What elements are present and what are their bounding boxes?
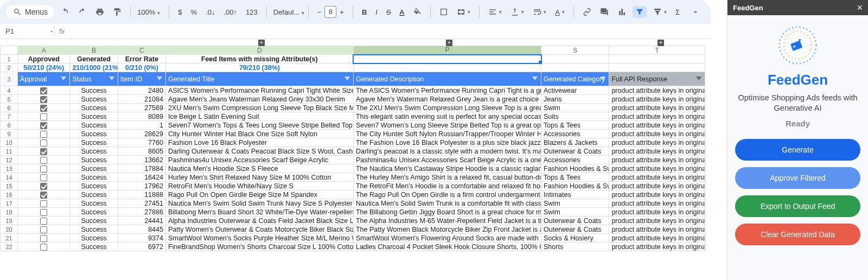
status-cell[interactable]: Success <box>70 234 118 243</box>
col-header[interactable]: T <box>609 46 705 55</box>
text-color-button[interactable]: A <box>398 6 407 18</box>
desc-cell[interactable]: The Billabong Gettin Jiggy Board Short i… <box>353 208 541 217</box>
api-cell[interactable]: product attribute keys in original t <box>609 104 705 112</box>
checkbox[interactable] <box>40 192 47 199</box>
itemid-cell[interactable]: 1 <box>118 121 165 130</box>
itemid-cell[interactable]: 27569 <box>118 104 165 112</box>
font-select[interactable]: Defaul... <box>273 8 302 16</box>
halign-button[interactable] <box>486 5 504 18</box>
cell[interactable] <box>541 63 609 72</box>
generate-button[interactable]: Generate <box>735 139 860 161</box>
title-cell[interactable]: Seven7 Women's Tops & Tees Long Sleeve S… <box>165 121 353 130</box>
row-number[interactable]: 16 <box>1 190 18 199</box>
title-cell[interactable]: Nautica Men's Swim Solid Swim Trunk Navy… <box>165 199 353 208</box>
desc-cell[interactable]: Darling's peacoat is a classic style wit… <box>353 147 541 156</box>
row-number[interactable]: 1 <box>1 55 18 63</box>
group-toggle-P[interactable]: + <box>446 40 452 46</box>
title-cell[interactable]: Patty Women's Outerwear & Coats Motorcyc… <box>165 225 353 234</box>
checkbox[interactable] <box>40 105 47 112</box>
checkbox[interactable] <box>40 244 47 251</box>
status-cell[interactable]: Success <box>70 164 118 173</box>
cat-cell[interactable]: Tops & Tees <box>541 173 609 182</box>
api-cell[interactable]: product attribute keys in original t <box>609 138 705 147</box>
approval-cell[interactable] <box>18 217 70 225</box>
cell[interactable] <box>541 55 609 63</box>
title-cell[interactable]: Billabong Men's Board Short 32 White/Tie… <box>165 208 353 217</box>
title-cell[interactable]: Hurley Men's Shirt Relaxed Navy Size M 1… <box>165 173 353 182</box>
itemid-cell[interactable]: 9374 <box>118 234 165 243</box>
approval-cell[interactable] <box>18 95 70 104</box>
checkbox[interactable] <box>40 87 47 94</box>
cat-cell[interactable]: Shorts <box>541 243 609 251</box>
approval-cell[interactable] <box>18 121 70 130</box>
corner-cell[interactable] <box>1 46 18 55</box>
desc-cell[interactable]: This elegant satin evening suit is perfe… <box>353 112 541 121</box>
checkbox[interactable] <box>40 226 47 233</box>
status-cell[interactable]: Success <box>70 95 118 104</box>
stat-generated-v[interactable]: 210/1000 (21%) <box>70 63 118 72</box>
cat-cell[interactable]: Outerwear & Coats <box>541 225 609 234</box>
itemid-cell[interactable]: 17884 <box>118 164 165 173</box>
api-cell[interactable]: product attribute keys in original t <box>609 182 705 190</box>
stat-error-h[interactable]: Error Rate <box>118 55 165 63</box>
col-header[interactable]: D <box>165 46 353 55</box>
title-cell[interactable]: Ice Beige L Satin Evening Suit <box>165 112 353 121</box>
checkbox[interactable] <box>40 183 47 190</box>
cat-cell[interactable]: Jeans <box>541 95 609 104</box>
api-cell[interactable]: product attribute keys in original t <box>609 208 705 217</box>
filter-button[interactable] <box>633 6 647 18</box>
stat-approved-v[interactable]: 50/210 (24%) <box>18 63 70 72</box>
active-cell[interactable] <box>353 55 541 63</box>
approval-cell[interactable] <box>18 138 70 147</box>
row-number[interactable]: 12 <box>1 156 18 164</box>
row-number[interactable]: 22 <box>1 243 18 251</box>
api-cell[interactable]: product attribute keys in original t <box>609 121 705 130</box>
row-number[interactable]: 19 <box>1 217 18 225</box>
fmt-decr-decimal[interactable]: .0↓ <box>203 6 217 18</box>
cat-cell[interactable]: Suits <box>541 112 609 121</box>
title-cell[interactable]: City Hunter Winter Hat Black One Size So… <box>165 130 353 138</box>
approval-cell[interactable] <box>18 86 70 95</box>
fmt-more[interactable]: 123 <box>244 6 260 18</box>
itemid-cell[interactable]: 8605 <box>118 147 165 156</box>
api-cell[interactable]: product attribute keys in original t <box>609 164 705 173</box>
stat-missing-h[interactable]: Feed Items with missing Attribute(s) <box>165 55 353 63</box>
print-button[interactable] <box>93 5 106 18</box>
desc-cell[interactable]: The 2XU Men's Swim Compression Long Slee… <box>353 104 541 112</box>
filter-gdesc[interactable]: Generated Description <box>353 72 541 86</box>
row-number[interactable]: 18 <box>1 208 18 217</box>
status-cell[interactable]: Success <box>70 208 118 217</box>
api-cell[interactable]: product attribute keys in original t <box>609 173 705 182</box>
title-cell[interactable]: FineBrandShop Women's Shorts Charcoal Si… <box>165 243 353 251</box>
cat-cell[interactable]: Swim <box>541 208 609 217</box>
rotate-button[interactable]: A <box>553 6 567 18</box>
approval-cell[interactable] <box>18 208 70 217</box>
strike-button[interactable]: S <box>384 6 393 18</box>
cat-cell[interactable]: Tops & Tees <box>541 121 609 130</box>
api-cell[interactable]: product attribute keys in original t <box>609 190 705 199</box>
cat-cell[interactable]: Swim <box>541 199 609 208</box>
itemid-cell[interactable]: 8445 <box>118 225 165 234</box>
functions-button[interactable]: Σ <box>673 6 682 18</box>
title-cell[interactable]: 2XU Men's Swim Compression Long Sleeve T… <box>165 104 353 112</box>
checkbox[interactable] <box>40 96 47 103</box>
itemid-cell[interactable]: 27886 <box>118 208 165 217</box>
row-number[interactable]: 4 <box>1 86 18 95</box>
desc-cell[interactable]: The RetroFit Men's Hoodie is a comfortab… <box>353 182 541 190</box>
title-cell[interactable]: SmartWool Women's Socks Purple Heather S… <box>165 234 353 243</box>
cat-cell[interactable]: Intimates <box>541 190 609 199</box>
cat-cell[interactable]: Outerwear & Coats <box>541 147 609 156</box>
checkbox[interactable] <box>40 209 47 216</box>
approval-cell[interactable] <box>18 173 70 182</box>
title-cell[interactable]: Fashion Love 16 Black Polyester <box>165 138 353 147</box>
itemid-cell[interactable]: 8089 <box>118 112 165 121</box>
checkbox[interactable] <box>40 200 47 207</box>
cell[interactable] <box>353 63 541 72</box>
italic-button[interactable]: I <box>373 6 380 18</box>
approval-cell[interactable] <box>18 130 70 138</box>
cell[interactable] <box>609 55 705 63</box>
api-cell[interactable]: product attribute keys in original t <box>609 112 705 121</box>
font-size-incr[interactable]: + <box>337 6 346 18</box>
checkbox[interactable] <box>40 113 47 120</box>
stat-missing-v[interactable]: 79/210 (38%) <box>165 63 353 72</box>
